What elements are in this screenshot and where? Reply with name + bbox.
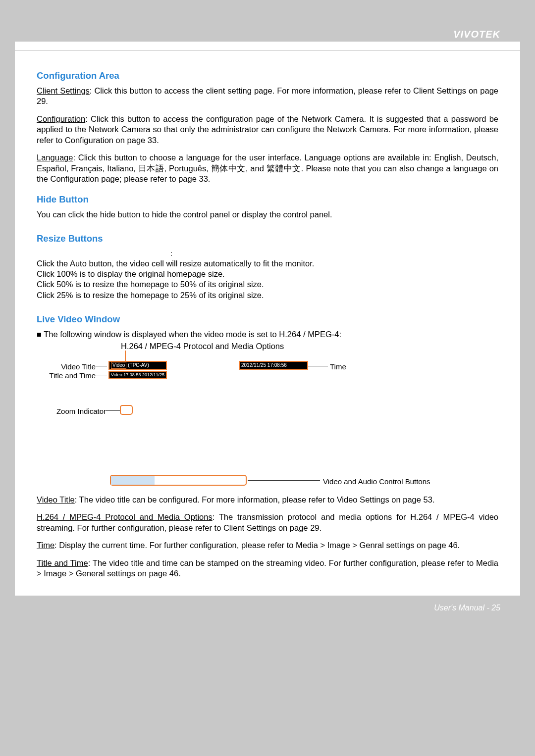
underline-video-title: Video Title [37,495,75,504]
paragraph-protocol: H.264 / MPEG-4 Protocol and Media Option… [37,512,498,533]
resize-line-4: Click 25% is to resize the homepage to 2… [37,290,498,301]
resize-line-1: Click the Auto button, the video cell wi… [37,258,498,269]
diagram-live-video: H.264 / MPEG-4 Protocol and Media Option… [37,341,498,495]
paragraph-configuration: Configuration: Click this button to acce… [37,114,498,146]
paragraph-language: Language: Click this button to choose a … [37,152,498,184]
paragraph-video-title: Video Title: The video title can be conf… [37,495,498,505]
resize-line-2: Click 100% is to display the original ho… [37,269,498,279]
overlay-zoom-box [120,405,133,415]
text-configuration: : Click this button to access the config… [37,114,498,145]
overlay-video-title-text: (TPC-AV) [128,362,149,368]
callout-video-title: Video Title [46,362,96,372]
connector-zoom [106,410,120,411]
callout-protocol: H.264 / MPEG-4 Protocol and Media Option… [121,341,284,352]
underline-title-and-time-2: Title and Time [37,558,88,567]
callout-zoom-indicator: Zoom Indicator [42,406,106,416]
overlay-video-inner: Video [111,362,126,369]
text-video-title: : The video title can be configured. For… [75,495,435,504]
heading-hide-button: Hide Button [37,194,498,205]
text-client-settings: : Click this button to access the client… [37,86,498,105]
underline-protocol: H.264 / MPEG-4 Protocol and Media Option… [37,512,213,521]
paragraph-hide-button: You can click the hide button to hide th… [37,209,498,220]
paragraph-time: Time: Display the current time. For furt… [37,540,498,551]
overlay-video-title: Video (TPC-AV) [108,361,167,370]
callout-title-and-time: Title and Time [46,371,96,381]
connector-time [308,366,328,367]
live-video-intro: ■ The following window is displayed when… [37,329,498,340]
text-language: : Click this button to choose a language… [37,153,498,183]
underline-language: Language [37,153,73,162]
heading-live-video: Live Video Window [37,313,498,325]
overlay-av-fill [111,476,155,485]
paragraph-title-and-time: Title and Time: The video title and time… [37,558,498,579]
content-area: Configuration Area Client Settings: Clic… [15,51,520,596]
resize-colon: : [37,249,498,258]
paragraph-client-settings: Client Settings: Click this button to ac… [37,86,498,107]
underline-client-settings: Client Settings [37,86,90,95]
overlay-av-control-bar [110,475,247,486]
overlay-title-time: Video 17:08:56 2012/11/25 [108,371,167,379]
connector-av [248,480,320,481]
text-time: : Display the current time. For further … [54,541,460,550]
connector-video-title [96,366,107,367]
footer-band: User's Manual - 25 [15,596,520,622]
document-page: VIVOTEK Configuration Area Client Settin… [15,15,520,622]
footer-text: User's Manual - 25 [434,604,500,612]
heading-configuration-area: Configuration Area [37,70,498,82]
underline-time: Time [37,541,54,550]
callout-time: Time [330,362,346,372]
overlay-time: 2012/11/25 17:08:56 [239,361,308,370]
resize-line-3: Click 50% is to resize the homepage to 5… [37,279,498,290]
header-band: VIVOTEK [15,15,520,42]
underline-configuration: Configuration [37,114,85,123]
connector-title-time [96,375,107,376]
callout-av-control: Video and Audio Control Buttons [323,477,430,487]
text-title-and-time-2: : The video title and time can be stampe… [37,558,498,578]
heading-resize-buttons: Resize Buttons [37,233,498,245]
brand-logo: VIVOTEK [453,29,500,40]
